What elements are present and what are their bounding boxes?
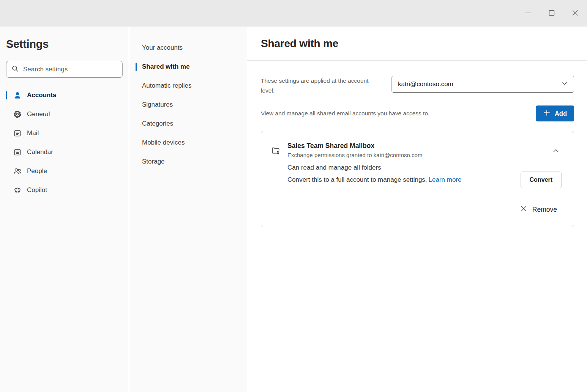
- selection-bar: [136, 82, 137, 90]
- selection-bar: [6, 148, 7, 156]
- subnav-item-storage[interactable]: Storage: [129, 152, 247, 171]
- sidebar-item-label: Calendar: [27, 148, 53, 156]
- mail-icon: [13, 129, 22, 138]
- selection-bar: [136, 63, 137, 71]
- person-icon: [13, 91, 22, 100]
- sidebar-item-label: Mail: [27, 129, 39, 137]
- subnav-item-mobile-devices[interactable]: Mobile devices: [129, 133, 247, 152]
- maximize-button[interactable]: [540, 0, 563, 27]
- remove-button-label: Remove: [532, 206, 557, 214]
- people-icon: [13, 167, 22, 176]
- mailbox-title: Sales Team Shared Mailbox: [287, 142, 422, 150]
- close-icon: [572, 10, 578, 17]
- sidebar-item-label: General: [27, 110, 50, 118]
- mailbox-subtitle: Exchange permissions granted to katri@co…: [287, 152, 422, 158]
- subnav-item-your-accounts[interactable]: Your accounts: [129, 38, 247, 57]
- sidebar-item-people[interactable]: People: [0, 162, 129, 181]
- sidebar-nav: Accounts General Mail: [0, 86, 129, 200]
- sidebar-item-mail[interactable]: Mail: [0, 124, 129, 143]
- minimize-button[interactable]: [516, 0, 540, 27]
- subnav-item-label: Storage: [142, 158, 165, 165]
- sidebar-item-label: Accounts: [27, 91, 56, 99]
- sidebar-item-accounts[interactable]: Accounts: [0, 86, 129, 105]
- subnav-item-label: Signatures: [142, 101, 173, 109]
- account-selector[interactable]: katri@contoso.com: [391, 76, 574, 93]
- sidebar-item-calendar[interactable]: Calendar: [0, 143, 129, 162]
- remove-button[interactable]: Remove: [520, 205, 557, 214]
- chevron-down-icon: [561, 80, 568, 89]
- shared-folder-icon: [270, 145, 281, 156]
- minimize-icon: [525, 10, 531, 17]
- search-input[interactable]: [23, 66, 117, 73]
- convert-description: Convert this to a full account to manage…: [287, 174, 462, 186]
- selection-bar: [6, 167, 7, 175]
- subnav-item-label: Mobile devices: [142, 139, 185, 146]
- selection-bar: [6, 110, 7, 118]
- subnav-item-label: Your accounts: [142, 44, 183, 52]
- plus-icon: [543, 109, 551, 118]
- dismiss-icon: [520, 205, 527, 214]
- selection-bar: [6, 91, 7, 99]
- page-title: Shared with me: [261, 38, 338, 50]
- settings-window: Settings Accounts General: [0, 27, 587, 392]
- subnav-item-shared-with-me[interactable]: Shared with me: [129, 57, 247, 76]
- search-settings-box[interactable]: [6, 61, 123, 78]
- selection-bar: [136, 120, 137, 128]
- titlebar: [0, 0, 587, 27]
- maximize-icon: [549, 10, 555, 17]
- subnav-item-label: Automatic replies: [142, 82, 191, 90]
- selection-bar: [136, 44, 137, 52]
- account-level-label: These settings are applied at the accoun…: [261, 76, 375, 95]
- subnav-item-label: Shared with me: [142, 63, 190, 71]
- shared-with-me-panel: Shared with me These settings are applie…: [247, 27, 587, 392]
- sidebar-item-label: People: [27, 167, 47, 175]
- search-icon: [11, 65, 19, 74]
- add-button-label: Add: [555, 110, 567, 117]
- settings-sidebar: Settings Accounts General: [0, 27, 129, 392]
- convert-button[interactable]: Convert: [521, 172, 562, 188]
- panel-description: View and manage all shared email account…: [261, 110, 429, 117]
- sidebar-item-copilot[interactable]: Copilot: [0, 181, 129, 200]
- chevron-up-icon: [552, 150, 560, 156]
- convert-text: Convert this to a full account to manage…: [287, 176, 427, 183]
- accounts-subnav: Your accounts Shared with me Automatic r…: [129, 27, 247, 392]
- gear-icon: [13, 110, 22, 119]
- collapse-card-button[interactable]: [550, 145, 562, 157]
- account-selector-value: katri@contoso.com: [398, 80, 453, 88]
- selection-bar: [136, 101, 137, 109]
- subnav-item-label: Categories: [142, 120, 173, 128]
- subnav-item-categories[interactable]: Categories: [129, 114, 247, 133]
- settings-title: Settings: [6, 38, 129, 50]
- selection-bar: [6, 186, 7, 194]
- close-button[interactable]: [563, 0, 587, 27]
- add-shared-mailbox-button[interactable]: Add: [536, 105, 574, 121]
- selection-bar: [136, 157, 137, 166]
- subnav-item-automatic-replies[interactable]: Automatic replies: [129, 76, 247, 95]
- selection-bar: [6, 129, 7, 137]
- copilot-icon: [13, 186, 22, 195]
- learn-more-link[interactable]: Learn more: [429, 176, 462, 183]
- shared-mailbox-card: Sales Team Shared Mailbox Exchange permi…: [261, 131, 574, 227]
- calendar-icon: [13, 148, 22, 157]
- sidebar-item-general[interactable]: General: [0, 105, 129, 124]
- sidebar-item-label: Copilot: [27, 186, 47, 194]
- panel-header: Shared with me: [247, 27, 587, 61]
- selection-bar: [136, 139, 137, 147]
- subnav-item-signatures[interactable]: Signatures: [129, 95, 247, 114]
- permission-text: Can read and manage all folders: [287, 164, 562, 172]
